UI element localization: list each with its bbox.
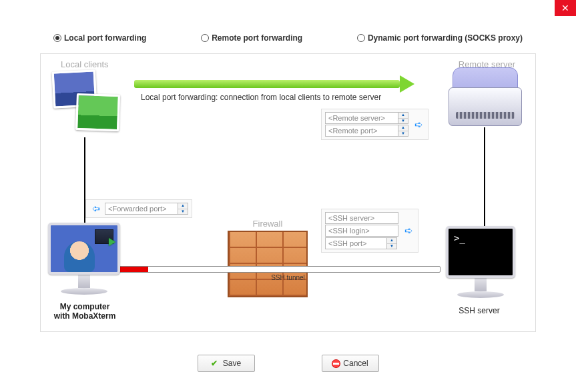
dialog-buttons: ✔ Save Cancel (0, 355, 576, 372)
local-clients-icon (53, 71, 126, 137)
firewall-label: Firewall (228, 219, 308, 229)
my-computer-caption: My computer with MobaXterm (38, 302, 131, 321)
ssh-server-caption: SSH server (433, 306, 526, 315)
forwarded-port-field: ➪ <Forwarded port> ▲▼ (85, 199, 192, 218)
check-icon: ✔ (211, 359, 220, 368)
cancel-label: Cancel (343, 359, 368, 368)
connector-line (484, 127, 485, 227)
forwarding-type-radios: Local port forwarding Remote port forwar… (40, 33, 536, 43)
ssh-fields: <SSH server> <SSH login> <SSH port> ▲▼ ➪ (321, 209, 418, 253)
ssh-server-icon: >_ (441, 226, 521, 298)
no-entry-icon (332, 359, 340, 368)
remote-server-fields: <Remote server> ▲▼ <Remote port> ▲▼ ➪ (321, 109, 428, 140)
radio-local-port-forwarding[interactable]: Local port forwarding (53, 33, 146, 43)
remote-server-input[interactable]: <Remote server> (325, 112, 398, 124)
radio-dot-icon (201, 34, 209, 42)
ssh-port-input[interactable]: <SSH port> (325, 237, 387, 249)
close-icon: ✕ (561, 3, 569, 13)
radio-dynamic-port-forwarding[interactable]: Dynamic port forwarding (SOCKS proxy) (357, 33, 523, 43)
radio-label: Remote port forwarding (212, 33, 302, 43)
terminal-prompt: >_ (454, 233, 465, 243)
close-button[interactable]: ✕ (555, 0, 576, 16)
ssh-port-spinner[interactable]: ▲▼ (387, 237, 397, 249)
local-clients-label: Local clients (61, 59, 109, 69)
remote-server-icon (449, 67, 522, 127)
remote-port-input[interactable]: <Remote port> (325, 125, 398, 137)
forwarded-port-spinner[interactable]: ▲▼ (178, 203, 188, 215)
my-computer-icon (41, 223, 127, 295)
firewall-icon: Firewall (228, 231, 308, 297)
arrow-icon (134, 77, 414, 91)
arrow-caption: Local port forwarding: connection from l… (141, 93, 381, 102)
forwarded-port-input[interactable]: <Forwarded port> (105, 203, 178, 215)
cancel-button[interactable]: Cancel (322, 355, 379, 372)
ssh-login-input[interactable]: <SSH login> (325, 225, 398, 237)
ssh-server-input[interactable]: <SSH server> (325, 212, 398, 224)
ssh-tunnel-bar (107, 266, 441, 273)
save-button[interactable]: ✔ Save (198, 355, 255, 372)
radio-label: Dynamic port forwarding (SOCKS proxy) (368, 33, 523, 43)
radio-label: Local port forwarding (64, 33, 146, 43)
remote-port-spinner[interactable]: ▲▼ (398, 125, 408, 137)
remote-server-spinner[interactable]: ▲▼ (398, 112, 408, 124)
save-label: Save (223, 359, 241, 368)
radio-dot-icon (53, 34, 61, 42)
arrow-left-icon: ➪ (89, 203, 101, 215)
arrow-right-icon: ➪ (402, 225, 414, 237)
radio-dot-icon (357, 34, 365, 42)
radio-remote-port-forwarding[interactable]: Remote port forwarding (201, 33, 302, 43)
arrow-right-icon: ➪ (412, 119, 424, 131)
diagram-frame: Local clients Local port forwarding: con… (40, 53, 536, 332)
